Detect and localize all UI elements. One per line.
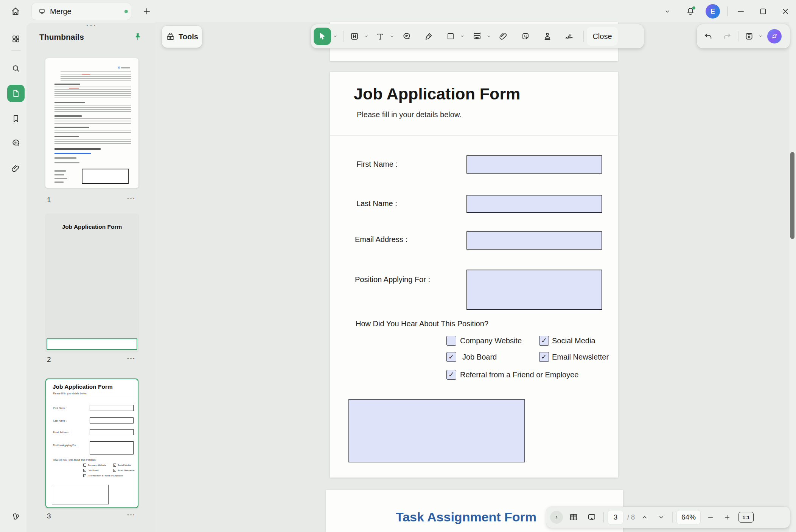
stamp-button[interactable] (540, 29, 555, 44)
position-input[interactable] (466, 270, 602, 310)
rail-attachments-button[interactable] (8, 161, 23, 176)
measure-tool-button[interactable] (470, 29, 485, 44)
text-tool-button[interactable] (373, 29, 388, 44)
last-name-input[interactable] (466, 195, 602, 213)
ai-assistant-button[interactable] (767, 29, 782, 43)
vertical-scrollbar[interactable] (789, 22, 796, 532)
close-toolbar-button[interactable]: Close (587, 27, 618, 46)
attach-file-button[interactable] (496, 29, 511, 44)
titlebar-dropdown-button[interactable] (660, 4, 675, 19)
zoom-in-button[interactable] (720, 510, 734, 525)
select-tool-dropdown[interactable] (331, 29, 339, 44)
save-dropdown[interactable] (757, 29, 764, 44)
grid-icon (11, 34, 21, 44)
rail-thumbnails-button-active[interactable] (7, 85, 25, 102)
signature-button[interactable] (561, 29, 578, 44)
rail-swatches-button[interactable] (8, 509, 23, 524)
label-referral: Referral from a Friend or Employee (460, 370, 578, 380)
square-icon (446, 31, 456, 41)
zoom-out-button[interactable] (704, 510, 717, 525)
next-page-button[interactable] (655, 510, 668, 525)
checkbox-company-website[interactable]: ✓ (446, 336, 456, 346)
toolbox-icon (166, 32, 175, 42)
rail-grid-button[interactable] (8, 31, 23, 47)
select-tool-button-active[interactable] (314, 28, 331, 45)
checkbox-referral[interactable]: ✓ (446, 370, 456, 380)
page-2-more-button[interactable]: ··· (127, 355, 136, 362)
sticker-button[interactable] (518, 29, 533, 44)
shape-tool-button[interactable] (443, 29, 458, 44)
rail-search-button[interactable] (8, 61, 23, 76)
panel-drag-handle[interactable]: ··· (86, 21, 97, 30)
page-1-more-button[interactable]: ··· (127, 195, 136, 203)
comment-icon (402, 31, 412, 41)
status-divider (603, 512, 604, 523)
notifications-button[interactable] (683, 4, 698, 19)
email-address-input[interactable] (466, 231, 602, 250)
previous-page-button[interactable] (638, 510, 651, 525)
highlighter-icon (424, 31, 434, 41)
rail-comments-button[interactable] (8, 135, 23, 150)
plus-icon (142, 6, 152, 16)
pin-button[interactable] (131, 30, 145, 44)
text-icon (375, 31, 385, 41)
comments-box[interactable] (348, 399, 525, 462)
logo-text (121, 67, 130, 68)
comment-tool-button[interactable] (399, 29, 414, 44)
selected-annotation-box[interactable] (47, 338, 137, 350)
thumbnail-page-3-selected[interactable]: Job Application Form Please fill in your… (45, 378, 138, 508)
maximize-button[interactable] (756, 4, 771, 19)
heading-field-button[interactable] (347, 29, 362, 44)
highlighter-tool-button[interactable] (421, 29, 436, 44)
redo-button-disabled[interactable] (720, 29, 735, 44)
maximize-icon (758, 6, 768, 16)
first-name-input[interactable] (466, 155, 602, 174)
thumbnail-page-1[interactable]: ✕ (45, 58, 138, 188)
shape-dropdown[interactable] (458, 29, 466, 44)
chevron-down-icon (364, 34, 369, 39)
minimize-button[interactable] (733, 4, 748, 19)
minus-icon (707, 513, 714, 521)
mini-email-label: Email Address : (53, 431, 70, 434)
avatar[interactable]: E (706, 4, 720, 19)
home-icon (10, 6, 21, 17)
titlebar-divider (727, 6, 728, 16)
checkbox-social-media[interactable]: ✓ (539, 336, 549, 346)
scrollbar-thumb[interactable] (790, 152, 794, 239)
reading-mode-button[interactable] (566, 510, 581, 525)
actual-size-button[interactable]: 1:1 (738, 512, 754, 523)
thumbnail-page-2[interactable]: Job Application Form (45, 214, 138, 352)
form-title: Job Application Form (354, 85, 520, 103)
document-tab[interactable]: Merge (32, 3, 131, 20)
save-icon (744, 31, 754, 41)
checkbox-job-board[interactable]: ✓ (446, 352, 456, 362)
heading-dropdown[interactable] (362, 29, 370, 44)
rail-bookmarks-button[interactable] (8, 111, 23, 126)
label-job-board: Job Board (462, 352, 497, 362)
mini-position-label: Position Applying For : (53, 444, 78, 447)
tools-button[interactable]: Tools (162, 26, 202, 48)
presentation-mode-button[interactable] (584, 510, 599, 525)
zoom-level-input[interactable]: 64% (676, 510, 701, 524)
collapse-bar-button[interactable] (550, 511, 563, 524)
undo-button[interactable] (701, 29, 716, 44)
thumbnails-panel: ··· Thumbnails ✕ (26, 23, 155, 532)
fit-ratio-label: 1:1 (743, 515, 750, 520)
actions-divider (738, 31, 738, 42)
text-dropdown[interactable] (388, 29, 396, 44)
cursor-icon (318, 32, 327, 41)
page-3-more-button[interactable]: ··· (127, 511, 136, 519)
unsaved-dot (124, 10, 128, 13)
measure-dropdown[interactable] (485, 29, 493, 44)
new-tab-button[interactable] (139, 4, 154, 19)
superace-logo: ✕ (117, 66, 120, 70)
close-window-button[interactable] (778, 4, 793, 19)
signature-icon (564, 31, 574, 41)
checkbox-email-newsletter[interactable]: ✓ (539, 352, 549, 362)
chevron-down-icon (486, 34, 491, 39)
save-button[interactable] (742, 29, 757, 44)
home-button[interactable] (8, 3, 23, 19)
plus-icon (723, 513, 731, 521)
avatar-initial: E (710, 8, 715, 16)
page-number-input[interactable]: 3 (608, 510, 623, 524)
